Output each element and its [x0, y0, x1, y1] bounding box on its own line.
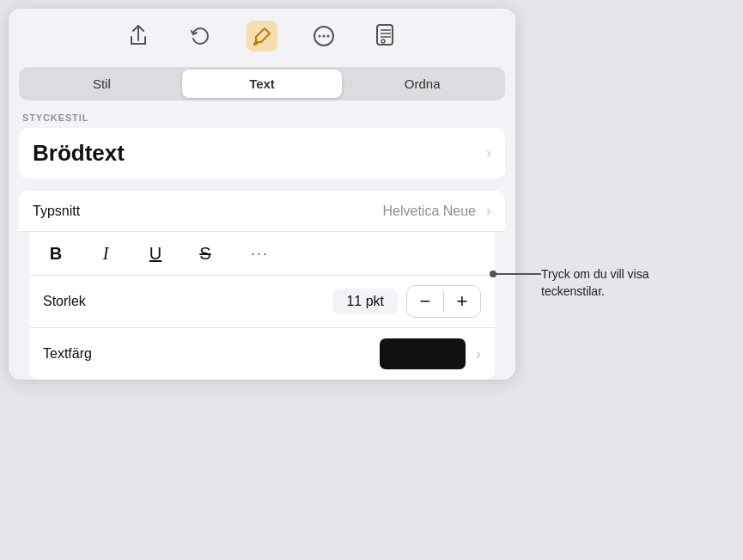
paragraph-style-value: Brödtext	[33, 140, 125, 167]
size-value: 11 pkt	[332, 289, 398, 314]
callout: Tryck om du vill visa teckenstilar.	[490, 266, 696, 300]
tab-stil[interactable]: Stil	[21, 70, 182, 98]
more-options-icon[interactable]	[308, 21, 339, 52]
svg-point-3	[327, 35, 330, 38]
tabs-bar: Stil Text Ordna	[19, 67, 505, 100]
color-swatch[interactable]	[380, 338, 466, 369]
tab-ordna[interactable]: Ordna	[342, 70, 502, 98]
color-row[interactable]: Textfärg ›	[29, 328, 495, 380]
style-buttons-row: B I U S ···	[29, 232, 495, 276]
font-label: Typsnitt	[33, 204, 80, 219]
svg-point-5	[381, 40, 385, 43]
underline-button[interactable]: U	[143, 240, 168, 266]
svg-point-1	[319, 35, 321, 38]
bold-button[interactable]: B	[43, 240, 69, 266]
font-value-container: Helvetica Neue ›	[383, 202, 492, 220]
paragraph-style-label: STYCKESTIL	[9, 113, 515, 128]
font-chevron-icon: ›	[486, 202, 491, 220]
undo-icon[interactable]	[185, 21, 216, 52]
document-icon[interactable]	[370, 21, 401, 52]
size-increment-button[interactable]: +	[444, 286, 480, 317]
font-row[interactable]: Typsnitt Helvetica Neue ›	[19, 191, 505, 232]
paintbrush-icon[interactable]	[247, 21, 277, 52]
paragraph-style-chevron-icon: ›	[486, 144, 491, 162]
size-controls: 11 pkt − +	[332, 285, 481, 318]
font-value: Helvetica Neue	[383, 204, 477, 219]
tab-text[interactable]: Text	[182, 70, 343, 98]
svg-point-2	[323, 35, 326, 38]
size-stepper: − +	[406, 285, 481, 318]
callout-text: Tryck om du vill visa teckenstilar.	[541, 266, 696, 300]
strikethrough-button[interactable]: S	[192, 240, 218, 266]
callout-line	[490, 273, 541, 275]
toolbar	[9, 9, 515, 60]
more-styles-button[interactable]: ···	[251, 245, 269, 263]
size-decrement-button[interactable]: −	[407, 286, 443, 317]
italic-button[interactable]: I	[93, 240, 119, 266]
size-row: Storlek 11 pkt − +	[29, 276, 495, 328]
size-label: Storlek	[43, 294, 86, 309]
format-panel: Stil Text Ordna STYCKESTIL Brödtext › Ty…	[9, 9, 515, 380]
text-properties: Typsnitt Helvetica Neue › B I U S ··· St…	[19, 191, 505, 380]
share-icon[interactable]	[123, 21, 154, 52]
color-value-container: ›	[380, 338, 481, 369]
color-chevron-icon: ›	[476, 345, 481, 363]
color-label: Textfärg	[43, 346, 92, 362]
paragraph-style-row[interactable]: Brödtext ›	[19, 128, 505, 179]
